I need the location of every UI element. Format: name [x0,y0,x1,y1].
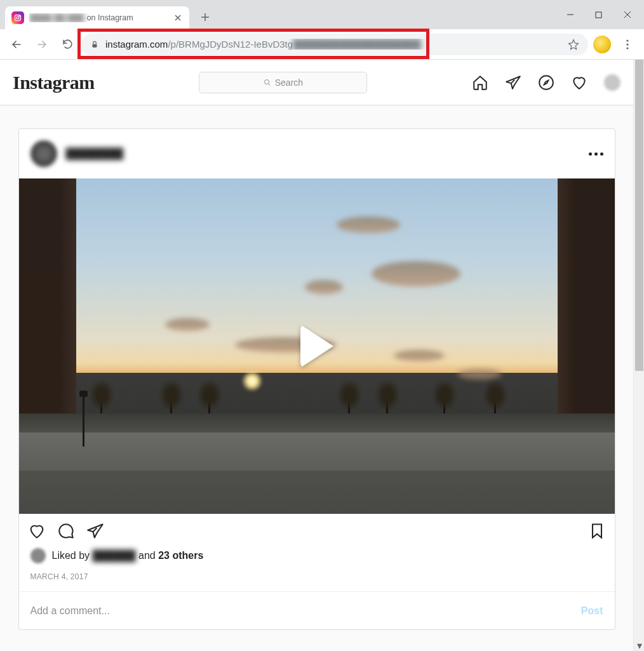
post-author-avatar[interactable] [30,140,57,167]
search-input[interactable]: Search [199,72,367,93]
lock-icon [90,40,99,49]
profile-avatar[interactable] [604,74,621,91]
search-icon [264,79,271,86]
instagram-favicon-icon [11,11,24,24]
new-tab-button[interactable] [196,8,215,27]
scroll-down-icon[interactable]: ▾ [634,640,644,651]
post-likes: Liked by ██████ and 23 others [19,548,615,563]
share-icon[interactable] [86,522,104,540]
post-date: MARCH 4, 2017 [19,563,615,591]
home-icon[interactable] [472,74,488,91]
close-window-button[interactable] [613,5,641,24]
url-text: instagram.com/p/BRMgJDyDsN12-IeBvD3tg███… [105,39,561,50]
liker-avatar[interactable] [30,548,46,563]
instagram-nav [472,74,621,91]
instagram-header: Instagram Search [0,60,633,105]
browser-chrome: ████ ██ ███ on Instagram instagram.com/p… [0,0,644,60]
svg-point-7 [626,47,628,49]
svg-point-8 [264,79,269,84]
page-content: Instagram Search ████████ [0,60,633,651]
like-heart-icon[interactable] [28,522,46,540]
liker-username[interactable]: ██████ [93,550,136,561]
reload-button[interactable] [56,33,79,56]
svg-rect-4 [93,44,97,47]
svg-rect-3 [596,12,601,18]
post-header: ████████ [19,129,615,178]
comment-box: Post [19,591,615,629]
comment-icon[interactable] [57,522,75,540]
svg-point-2 [19,16,20,17]
play-icon [300,325,333,368]
browser-tab[interactable]: ████ ██ ███ on Instagram [5,6,189,29]
search-placeholder: Search [275,77,303,88]
tab-title: ████ ██ ███ on Instagram [29,13,168,22]
play-button[interactable] [292,321,342,372]
activity-heart-icon[interactable] [571,74,587,91]
post-media-video[interactable] [19,178,615,514]
chrome-menu-button[interactable] [616,33,639,56]
maximize-button[interactable] [584,5,613,24]
address-bar: instagram.com/p/BRMgJDyDsN12-IeBvD3tg███… [0,29,644,60]
comment-input[interactable] [30,605,581,617]
post-actions [19,514,615,548]
back-button[interactable] [5,33,28,56]
svg-point-9 [539,76,553,90]
post-more-button[interactable] [589,152,603,156]
forward-button[interactable] [30,33,53,56]
window-controls [556,0,641,29]
likes-others-link[interactable]: 23 others [158,550,203,561]
search-container: Search [95,72,472,93]
tab-close-button[interactable] [173,13,183,23]
post-comment-button[interactable]: Post [581,605,603,617]
instagram-logo[interactable]: Instagram [13,72,95,93]
svg-point-6 [626,43,628,45]
minimize-button[interactable] [556,5,584,24]
post-card: ████████ Like [18,128,615,630]
chrome-profile-button[interactable] [593,36,611,53]
save-bookmark-icon[interactable] [588,522,606,540]
bookmark-star-icon[interactable] [568,39,579,50]
scrollbar-thumb[interactable] [635,60,643,371]
url-input[interactable]: instagram.com/p/BRMgJDyDsN12-IeBvD3tg███… [81,34,588,55]
scrollbar[interactable]: ▴ ▾ [633,60,644,651]
messages-icon[interactable] [505,74,521,91]
svg-point-1 [17,17,19,19]
post-author-username[interactable]: ████████ [66,148,124,159]
tab-bar: ████ ██ ███ on Instagram [0,0,644,29]
svg-point-5 [626,39,628,41]
explore-icon[interactable] [538,74,554,91]
